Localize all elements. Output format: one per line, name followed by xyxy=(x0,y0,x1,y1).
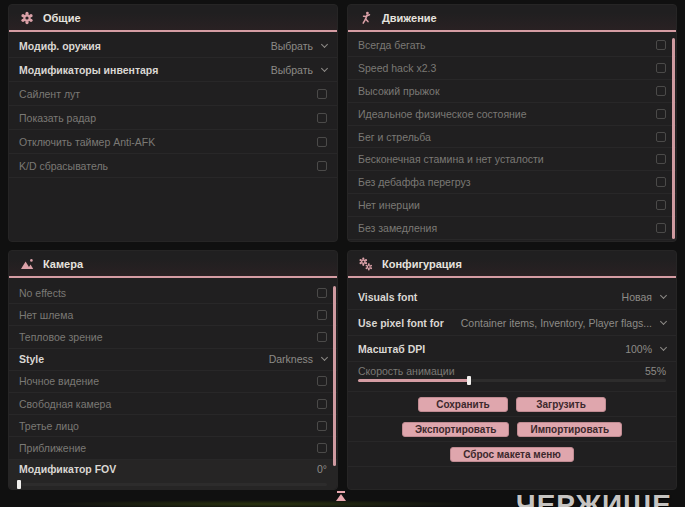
dropdown[interactable]: 100% xyxy=(625,343,666,355)
row-label: Visuals font xyxy=(358,291,417,303)
row-checkbox[interactable]: Без замедления xyxy=(348,217,676,240)
scrollbar[interactable] xyxy=(672,38,675,239)
slider-track[interactable] xyxy=(358,379,666,382)
panel-general-header: Общие xyxy=(9,5,337,32)
checkbox[interactable] xyxy=(317,399,327,409)
checkbox[interactable] xyxy=(317,161,327,171)
row-label: Приближение xyxy=(19,442,86,454)
action-button[interactable]: Сохранить xyxy=(418,397,508,412)
row-checkbox[interactable]: Без дебаффа перегруз xyxy=(348,171,676,194)
row-checkbox[interactable]: Нет инерции xyxy=(348,194,676,217)
checkbox[interactable] xyxy=(656,86,666,96)
checkbox[interactable] xyxy=(317,310,327,320)
row-label: Модификаторы инвентаря xyxy=(19,64,158,76)
row-checkbox[interactable]: Приближение xyxy=(9,437,337,459)
grass-glow xyxy=(50,500,470,507)
panel-body: No effectsНет шлемаТепловое зрениеStyleD… xyxy=(9,278,337,489)
panel-general: Общие Модиф. оружияВыбратьМодификаторы и… xyxy=(8,4,338,242)
row-dropdown: StyleDarkness xyxy=(9,349,337,371)
checkbox[interactable] xyxy=(656,223,666,233)
row-label: K/D сбрасыватель xyxy=(19,160,108,172)
checkbox[interactable] xyxy=(656,132,666,142)
dropdown-value: Выбрать xyxy=(271,64,313,76)
row-label: Отключить таймер Anti-AFK xyxy=(19,136,155,148)
row-checkbox[interactable]: Speed hack x2.3 xyxy=(348,57,676,80)
dropdown[interactable]: Выбрать xyxy=(271,40,327,52)
dropdown[interactable]: Darkness xyxy=(269,353,327,365)
panel-config-header: Конфигурация xyxy=(348,251,676,278)
row-checkbox[interactable]: Третье лицо xyxy=(9,415,337,437)
checkbox[interactable] xyxy=(317,332,327,342)
row-checkbox[interactable]: Показать радар xyxy=(9,106,337,130)
row-label: Показать радар xyxy=(19,112,96,124)
gear-icon xyxy=(20,11,34,25)
chevron-down-icon xyxy=(321,64,328,71)
action-button[interactable]: Загрузить xyxy=(516,397,606,412)
checkbox[interactable] xyxy=(656,154,666,164)
checkbox[interactable] xyxy=(317,288,327,298)
checkbox[interactable] xyxy=(656,200,666,210)
background-watermark: ЧЕРЖИШЕ xyxy=(516,489,672,507)
dropdown[interactable]: Container items, Inventory, Player flags… xyxy=(461,317,666,329)
checkbox[interactable] xyxy=(317,421,327,431)
row-label: Всегда бегать xyxy=(358,39,426,51)
row-checkbox[interactable]: Тепловое зрение xyxy=(9,326,337,348)
slider-knob[interactable] xyxy=(467,376,471,385)
scrollbar[interactable] xyxy=(333,286,336,466)
row-label: Масштаб DPI xyxy=(358,343,425,355)
slider-knob[interactable] xyxy=(17,480,21,489)
chevron-down-icon xyxy=(321,40,328,47)
row-checkbox[interactable]: Бесконечная стамина и нет усталости xyxy=(348,148,676,171)
row-checkbox[interactable]: Свободная камера xyxy=(9,393,337,415)
row-checkbox[interactable]: Высокий прыжок xyxy=(348,80,676,103)
button-row: СохранитьЗагрузить xyxy=(348,392,676,417)
row-label: Бег и стрельба xyxy=(358,131,431,143)
checkbox[interactable] xyxy=(317,89,327,99)
row-checkbox[interactable]: Нет шлема xyxy=(9,304,337,326)
checkbox[interactable] xyxy=(656,40,666,50)
row-label: Сайлент лут xyxy=(19,88,80,100)
row-label: Без замедления xyxy=(358,222,437,234)
checkbox[interactable] xyxy=(317,113,327,123)
checkbox[interactable] xyxy=(317,443,327,453)
row-label: Модиф. оружия xyxy=(19,40,101,52)
panel-title: Общие xyxy=(43,12,81,24)
row-label: Нет инерции xyxy=(358,199,420,211)
runner-icon xyxy=(359,11,373,25)
slider-value: 0° xyxy=(317,463,327,475)
panel-movement-header: Движение xyxy=(348,5,676,32)
action-button[interactable]: Импортировать xyxy=(517,422,622,437)
action-button[interactable]: Экспортировать xyxy=(402,422,510,437)
checkbox[interactable] xyxy=(317,376,327,386)
checkbox[interactable] xyxy=(656,63,666,73)
checkbox[interactable] xyxy=(317,137,327,147)
chevron-down-icon xyxy=(660,291,667,298)
row-checkbox[interactable]: No effects xyxy=(9,282,337,304)
row-label: Бесконечная стамина и нет усталости xyxy=(358,153,544,165)
action-button[interactable]: Сброс макета меню xyxy=(450,447,574,462)
row-checkbox[interactable]: Ночное видение xyxy=(9,371,337,393)
row-label: Style xyxy=(19,353,44,365)
dropdown[interactable]: Выбрать xyxy=(271,64,327,76)
row-label: Третье лицо xyxy=(19,420,79,432)
dropdown-value: Darkness xyxy=(269,353,313,365)
checkbox[interactable] xyxy=(656,109,666,119)
row-label: Тепловое зрение xyxy=(19,331,103,343)
row-checkbox[interactable]: Отключить таймер Anti-AFK xyxy=(9,130,337,154)
panel-camera: Камера No effectsНет шлемаТепловое зрени… xyxy=(8,250,338,490)
row-slider: Модификатор FOV0° xyxy=(9,460,337,489)
row-checkbox[interactable]: Бег и стрельба xyxy=(348,126,676,149)
row-checkbox[interactable]: Идеальное физическое состояние xyxy=(348,103,676,126)
screen: ЧЕРЖИШЕ Общие Модиф. оружияВыбратьМодифи… xyxy=(0,0,685,507)
row-checkbox[interactable]: Сайлент лут xyxy=(9,82,337,106)
dropdown[interactable]: Новая xyxy=(622,291,666,303)
checkbox[interactable] xyxy=(656,177,666,187)
row-dropdown: Модиф. оружияВыбрать xyxy=(9,34,337,58)
row-checkbox[interactable]: K/D сбрасыватель xyxy=(9,154,337,178)
row-dropdown: Модификаторы инвентаряВыбрать xyxy=(9,58,337,82)
panel-title: Конфигурация xyxy=(382,258,462,270)
slider-track[interactable] xyxy=(19,483,327,486)
row-checkbox[interactable]: Всегда бегать xyxy=(348,34,676,57)
dropdown-value: 100% xyxy=(625,343,652,355)
button-row: Сброс макета меню xyxy=(348,442,676,467)
